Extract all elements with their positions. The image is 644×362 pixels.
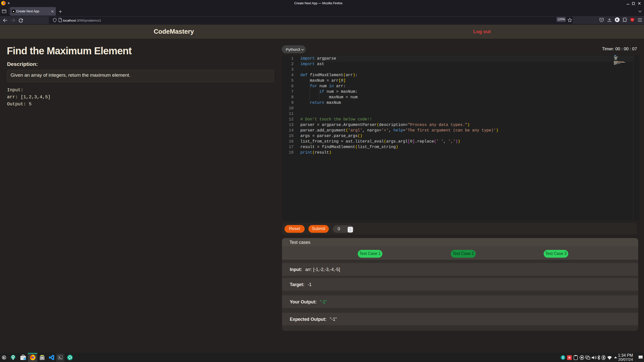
svg-text:uO: uO xyxy=(631,19,634,21)
svg-text:K: K xyxy=(3,356,5,359)
